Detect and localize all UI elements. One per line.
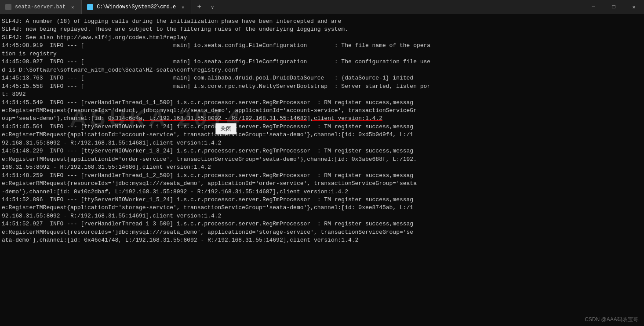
tab2-close-button[interactable]: ✕ bbox=[179, 4, 186, 11]
tab2-label: C:\Windows\System32\cmd.e bbox=[97, 4, 176, 10]
minimize-button[interactable]: — bbox=[583, 0, 604, 14]
new-tab-button[interactable]: + bbox=[192, 0, 206, 14]
tab-seata-server[interactable]: seata-server.bat ✕ bbox=[0, 0, 82, 14]
close-button[interactable]: ✕ bbox=[624, 0, 644, 14]
tab1-label: seata-server.bat bbox=[15, 4, 65, 10]
terminal-window: SLF4J: A number (18) of logging calls du… bbox=[0, 14, 644, 326]
tab-dropdown-button[interactable]: ∨ bbox=[206, 0, 218, 14]
bat-icon bbox=[5, 4, 11, 10]
tab1-close-button[interactable]: ✕ bbox=[69, 4, 76, 11]
maximize-button[interactable]: □ bbox=[604, 0, 624, 14]
cmd-icon bbox=[87, 4, 93, 10]
tab-list: seata-server.bat ✕ C:\Windows\System32\c… bbox=[0, 0, 218, 14]
title-bar: seata-server.bat ✕ C:\Windows\System32\c… bbox=[0, 0, 644, 14]
csdn-credit: CSDN @AAA码农宝哥. bbox=[585, 316, 640, 323]
close-tooltip[interactable]: 关闭 bbox=[215, 123, 236, 134]
tab-cmd[interactable]: C:\Windows\System32\cmd.e ✕ bbox=[82, 0, 192, 14]
terminal-output: SLF4J: A number (18) of logging calls du… bbox=[2, 18, 642, 245]
window-controls: — □ ✕ bbox=[583, 0, 644, 14]
